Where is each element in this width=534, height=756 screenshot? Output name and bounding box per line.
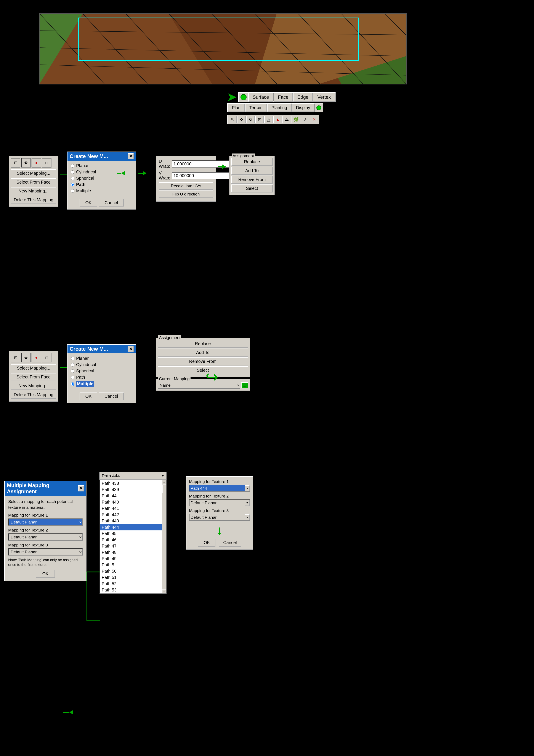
- scrollbar-thumb[interactable]: [163, 484, 166, 493]
- path-list-item-48[interactable]: Path 48: [100, 549, 162, 555]
- dialog-close-top[interactable]: ✕: [128, 153, 134, 159]
- path-list-item-46[interactable]: Path 46: [100, 537, 162, 543]
- delete-mapping-button-bot[interactable]: Delete This Mapping: [11, 391, 56, 399]
- path-list-item-5[interactable]: Path 5: [100, 562, 162, 568]
- red-circle-icon-box[interactable]: ●: [32, 158, 41, 168]
- radio-multiple-input-top[interactable]: [71, 189, 74, 193]
- dialog-ok-top[interactable]: OK: [80, 199, 97, 206]
- select-button-bot[interactable]: Select: [158, 366, 248, 374]
- planting-button[interactable]: Planting: [267, 103, 291, 112]
- radio-multiple-bot[interactable]: Multiple: [71, 381, 132, 387]
- scrollbar-down-btn[interactable]: ▼: [162, 589, 166, 593]
- tex-panel-cancel-button[interactable]: Cancel: [219, 539, 241, 547]
- remove-from-button-top[interactable]: Remove From: [231, 176, 273, 184]
- plan-button[interactable]: Plan: [228, 103, 245, 112]
- move-tool-icon[interactable]: ✛: [237, 116, 246, 123]
- remove-from-button-bot[interactable]: Remove From: [158, 358, 248, 365]
- path-list-item-444-selected[interactable]: Path 444: [100, 524, 162, 530]
- dialog-ok-bot[interactable]: OK: [80, 392, 97, 400]
- path-list-item-439[interactable]: Path 439: [100, 486, 162, 493]
- display-button[interactable]: Display: [292, 103, 315, 112]
- select-from-face-button-bot[interactable]: Select From Face: [11, 373, 56, 381]
- select-button-top[interactable]: Select: [231, 184, 273, 193]
- radio-path-input-bot[interactable]: [71, 376, 74, 379]
- path-list-item-443[interactable]: Path 443: [100, 518, 162, 524]
- radio-spherical-input-top[interactable]: [71, 177, 74, 180]
- square-outline-icon-box[interactable]: □: [42, 158, 51, 168]
- new-mapping-button-top[interactable]: New Mapping...: [11, 187, 56, 195]
- tex-panel-texture3-select[interactable]: Default Planar: [189, 514, 250, 521]
- flip-u-direction-button[interactable]: Flip U direction: [159, 191, 213, 198]
- vertex-button[interactable]: Vertex: [313, 93, 335, 102]
- path-list-item-52[interactable]: Path 52: [100, 580, 162, 587]
- path-list-item-441[interactable]: Path 441: [100, 505, 162, 512]
- v-wrap-input[interactable]: [172, 172, 230, 179]
- radio-planar-top[interactable]: Planar: [71, 163, 132, 168]
- path-list-item-47[interactable]: Path 47: [100, 543, 162, 549]
- scrollbar-up-btn[interactable]: ▲: [162, 480, 166, 484]
- mma-close-btn[interactable]: ✕: [78, 485, 84, 492]
- radio-path-top[interactable]: Path: [71, 182, 132, 187]
- triangle-icon[interactable]: △: [264, 116, 273, 123]
- select-mapping-button-bot[interactable]: Select Mapping...: [11, 364, 56, 372]
- select-icon-box[interactable]: ⊡: [11, 158, 20, 168]
- square-outline-icon-box-bot[interactable]: □: [42, 353, 51, 363]
- recalculate-uvs-button[interactable]: Recalculate UVs: [159, 182, 213, 190]
- select-icon-box-bot[interactable]: ⊡: [11, 353, 20, 363]
- path-list-item-44[interactable]: Path 44: [100, 493, 162, 499]
- radio-cylindrical-input-top[interactable]: [71, 170, 74, 174]
- radio-spherical-top[interactable]: Spherical: [71, 176, 132, 181]
- radio-multiple-top[interactable]: Multiple: [71, 188, 132, 193]
- current-mapping-dots-button[interactable]: ...: [241, 382, 248, 389]
- radio-cylindrical-input-bot[interactable]: [71, 363, 74, 366]
- path-list-item-49[interactable]: Path 49: [100, 555, 162, 562]
- path-dropdown-arrow[interactable]: ▼: [160, 472, 166, 479]
- replace-button-bot[interactable]: Replace: [158, 340, 248, 348]
- mma-texture3-select[interactable]: Default Planar: [8, 548, 83, 555]
- radio-spherical-bot[interactable]: Spherical: [71, 368, 132, 373]
- path-list-item-50[interactable]: Path 50: [100, 568, 162, 574]
- tex-panel-ok-button[interactable]: OK: [198, 539, 216, 547]
- grass-icon[interactable]: 🌿: [292, 116, 300, 123]
- select-mapping-button-top[interactable]: Select Mapping...: [11, 169, 56, 177]
- path-list-item-53[interactable]: Path 53: [100, 587, 162, 593]
- dialog-cancel-bot[interactable]: Cancel: [99, 392, 123, 400]
- dialog-close-bot[interactable]: ✕: [128, 346, 134, 352]
- new-mapping-button-bot[interactable]: New Mapping...: [11, 382, 56, 390]
- mma-texture1-select[interactable]: Default Planar: [8, 519, 83, 526]
- radio-spherical-input-bot[interactable]: [71, 369, 74, 373]
- spiral-icon-box[interactable]: ☯: [21, 158, 31, 168]
- select-tool-icon[interactable]: ↖: [228, 116, 237, 123]
- mma-texture2-select[interactable]: Default Planar: [8, 533, 83, 541]
- add-to-button-bot[interactable]: Add To: [158, 349, 248, 357]
- edge-button[interactable]: Edge: [293, 93, 313, 102]
- add-to-button-top[interactable]: Add To: [231, 167, 273, 175]
- tex-panel-texture1-select[interactable]: Path 444: [189, 485, 250, 492]
- spiral-icon-box-bot[interactable]: ☯: [21, 353, 31, 363]
- radio-multiple-input-bot[interactable]: [71, 382, 74, 386]
- radio-cylindrical-bot[interactable]: Cylindrical: [71, 362, 132, 367]
- path-list-item-438[interactable]: Path 438: [100, 480, 162, 486]
- path-list-item-442[interactable]: Path 442: [100, 512, 162, 518]
- radio-planar-input-top[interactable]: [71, 164, 74, 168]
- path-list-item-440[interactable]: Path 440: [100, 499, 162, 505]
- extra-tool-icon[interactable]: ↗: [301, 116, 309, 123]
- terrain-button[interactable]: Terrain: [245, 103, 267, 112]
- mma-ok-button[interactable]: OK: [36, 570, 55, 578]
- face-button[interactable]: Face: [274, 93, 293, 102]
- path-list-item-45[interactable]: Path 45: [100, 530, 162, 537]
- delete-mapping-button-top[interactable]: Delete This Mapping: [11, 196, 56, 204]
- radio-planar-bot[interactable]: Planar: [71, 356, 132, 361]
- radio-path-bot[interactable]: Path: [71, 375, 132, 380]
- delete-tool-icon[interactable]: ✕: [310, 116, 318, 123]
- radio-path-input-top[interactable]: [71, 183, 74, 186]
- tex-panel-texture2-select[interactable]: Default Planar: [189, 500, 250, 506]
- fill-triangle-icon[interactable]: ▲: [273, 116, 282, 123]
- select-from-face-button-top[interactable]: Select From Face: [11, 178, 56, 186]
- radio-planar-input-bot[interactable]: [71, 357, 74, 360]
- dialog-cancel-top[interactable]: Cancel: [99, 199, 123, 206]
- scale-tool-icon[interactable]: ⊡: [255, 116, 264, 123]
- current-mapping-select[interactable]: Name: [158, 382, 240, 389]
- replace-button-top[interactable]: Replace: [231, 158, 273, 166]
- surface-button[interactable]: Surface: [248, 93, 273, 102]
